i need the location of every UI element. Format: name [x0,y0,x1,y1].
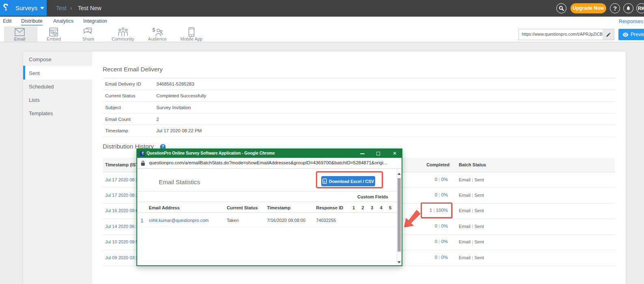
svg-text:$: $ [152,27,156,33]
